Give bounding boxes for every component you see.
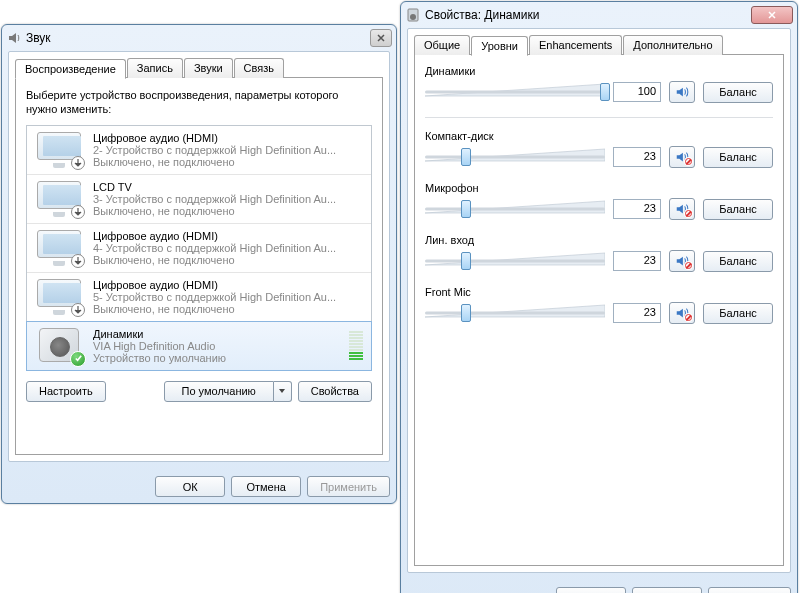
tab-playback[interactable]: Воспроизведение (15, 59, 126, 79)
device-name: Динамики (93, 328, 349, 340)
volume-value[interactable]: 23 (613, 303, 661, 323)
monitor-icon (35, 279, 83, 315)
device-row[interactable]: Цифровое аудио (HDMI) 4- Устройство с по… (27, 224, 371, 273)
close-button[interactable] (370, 29, 392, 47)
speaker-device-icon (35, 328, 83, 364)
arrow-down-icon (71, 156, 85, 170)
configure-button[interactable]: Настроить (26, 381, 106, 402)
mute-button[interactable] (669, 81, 695, 103)
tab-strip: Общие Уровни Enhancements Дополнительно (414, 35, 784, 55)
device-description: 2- Устройство с поддержкой High Definiti… (93, 144, 363, 156)
volume-value[interactable]: 100 (613, 82, 661, 102)
arrow-down-icon (71, 254, 85, 268)
check-icon (70, 351, 86, 367)
mute-button[interactable] (669, 250, 695, 272)
device-status: Выключено, не подключено (93, 303, 363, 315)
mute-button[interactable] (669, 146, 695, 168)
apply-button[interactable]: Применить (307, 476, 390, 497)
speaker-icon (405, 7, 421, 23)
arrow-down-icon (71, 303, 85, 317)
titlebar[interactable]: Звук (2, 25, 396, 51)
slider-thumb[interactable] (600, 83, 610, 101)
volume-value[interactable]: 23 (613, 147, 661, 167)
monitor-icon (35, 230, 83, 266)
mute-button[interactable] (669, 198, 695, 220)
slider-thumb[interactable] (461, 148, 471, 166)
device-description: 4- Устройство с поддержкой High Definiti… (93, 242, 363, 254)
apply-button[interactable]: Применить (708, 587, 791, 593)
device-status: Выключено, не подключено (93, 156, 363, 168)
set-default-split-button[interactable]: По умолчанию (164, 381, 292, 402)
ok-button[interactable]: ОК (556, 587, 626, 593)
balance-button[interactable]: Баланс (703, 82, 773, 103)
sound-icon (6, 30, 22, 46)
properties-button[interactable]: Свойства (298, 381, 372, 402)
device-row[interactable]: Динамики VIA High Definition Audio Устро… (26, 321, 372, 371)
device-row[interactable]: Цифровое аудио (HDMI) 5- Устройство с по… (27, 273, 371, 322)
level-group: Front Mic 23 Баланс (425, 286, 773, 324)
slider-thumb[interactable] (461, 200, 471, 218)
tab-communications[interactable]: Связь (234, 58, 284, 78)
monitor-icon (35, 181, 83, 217)
device-description: 5- Устройство с поддержкой High Definiti… (93, 291, 363, 303)
tab-general[interactable]: Общие (414, 35, 470, 55)
device-list[interactable]: Цифровое аудио (HDMI) 2- Устройство с по… (26, 125, 372, 371)
volume-slider[interactable] (425, 302, 605, 324)
monitor-icon (35, 132, 83, 168)
device-name: Цифровое аудио (HDMI) (93, 230, 363, 242)
mute-button[interactable] (669, 302, 695, 324)
balance-button[interactable]: Баланс (703, 199, 773, 220)
balance-button[interactable]: Баланс (703, 147, 773, 168)
window-title: Свойства: Динамики (425, 8, 751, 22)
level-label: Динамики (425, 65, 773, 77)
svg-point-1 (410, 14, 416, 20)
muted-indicator-icon (684, 261, 693, 270)
ok-button[interactable]: ОК (155, 476, 225, 497)
muted-indicator-icon (684, 313, 693, 322)
device-row[interactable]: LCD TV 3- Устройство с поддержкой High D… (27, 175, 371, 224)
level-label: Front Mic (425, 286, 773, 298)
window-title: Звук (26, 31, 370, 45)
slider-thumb[interactable] (461, 304, 471, 322)
balance-button[interactable]: Баланс (703, 303, 773, 324)
device-name: LCD TV (93, 181, 363, 193)
slider-thumb[interactable] (461, 252, 471, 270)
device-description: 3- Устройство с поддержкой High Definiti… (93, 193, 363, 205)
volume-slider[interactable] (425, 146, 605, 168)
set-default-dropdown[interactable] (274, 381, 292, 402)
set-default-button[interactable]: По умолчанию (164, 381, 274, 402)
volume-value[interactable]: 23 (613, 199, 661, 219)
device-description: VIA High Definition Audio (93, 340, 349, 352)
tab-strip: Воспроизведение Запись Звуки Связь (15, 58, 383, 78)
level-label: Компакт-диск (425, 130, 773, 142)
volume-slider[interactable] (425, 198, 605, 220)
volume-slider[interactable] (425, 250, 605, 272)
device-name: Цифровое аудио (HDMI) (93, 279, 363, 291)
volume-value[interactable]: 23 (613, 251, 661, 271)
volume-slider[interactable] (425, 81, 605, 103)
balance-button[interactable]: Баланс (703, 251, 773, 272)
level-group: Компакт-диск 23 Баланс (425, 130, 773, 168)
level-group: Лин. вход 23 Баланс (425, 234, 773, 272)
muted-indicator-icon (684, 209, 693, 218)
device-name: Цифровое аудио (HDMI) (93, 132, 363, 144)
device-status: Устройство по умолчанию (93, 352, 349, 364)
device-status: Выключено, не подключено (93, 205, 363, 217)
divider (425, 117, 773, 118)
tab-enhancements[interactable]: Enhancements (529, 35, 622, 55)
cancel-button[interactable]: Отмена (231, 476, 301, 497)
muted-indicator-icon (684, 157, 693, 166)
device-row[interactable]: Цифровое аудио (HDMI) 2- Устройство с по… (27, 126, 371, 175)
level-label: Микрофон (425, 182, 773, 194)
arrow-down-icon (71, 205, 85, 219)
cancel-button[interactable]: Отмена (632, 587, 702, 593)
tab-recording[interactable]: Запись (127, 58, 183, 78)
tab-advanced[interactable]: Дополнительно (623, 35, 722, 55)
device-status: Выключено, не подключено (93, 254, 363, 266)
tab-levels[interactable]: Уровни (471, 36, 528, 56)
level-group: Микрофон 23 Баланс (425, 182, 773, 220)
close-button[interactable] (751, 6, 793, 24)
instruction-text: Выберите устройство воспроизведения, пар… (26, 88, 372, 117)
titlebar[interactable]: Свойства: Динамики (401, 2, 797, 28)
tab-sounds[interactable]: Звуки (184, 58, 233, 78)
